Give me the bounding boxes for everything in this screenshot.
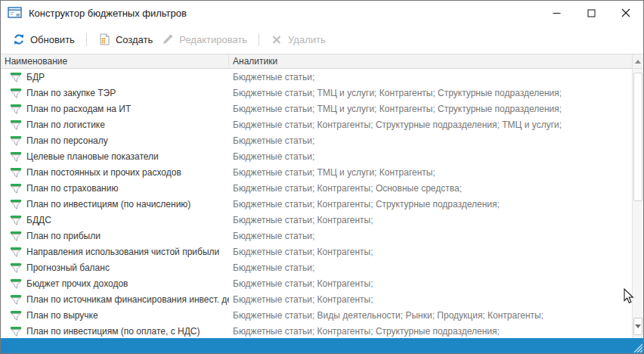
filter-name-cell: План по инвестициям (по оплате, с НДС): [1, 323, 229, 339]
maximize-icon: [587, 9, 596, 17]
edit-label: Редактировать: [179, 34, 247, 45]
column-header-name[interactable]: Наименование: [1, 54, 229, 68]
filters-grid: Наименование Аналитики БДР Бюджетные ста…: [1, 54, 643, 338]
scroll-up-button[interactable]: [633, 55, 643, 69]
new-document-icon: [98, 33, 110, 45]
filter-funnel-icon: [10, 166, 22, 179]
filter-funnel-icon: [10, 293, 22, 306]
delete-x-icon: [271, 33, 283, 45]
filter-name: План по прибыли: [26, 231, 101, 241]
filter-analytics: Бюджетные статьи; ТМЦ и услуги; Контраге…: [229, 101, 643, 116]
filter-funnel-icon: [10, 151, 22, 163]
vertical-scrollbar[interactable]: [632, 54, 643, 338]
refresh-label: Обновить: [30, 34, 75, 45]
table-row[interactable]: План по выручке Бюджетные статьи; Виды д…: [1, 307, 643, 323]
pencil-icon: [162, 33, 174, 45]
app-window: Конструктор бюджетных фильтров: [0, 0, 644, 354]
filter-name: План по выручке: [26, 310, 98, 321]
filter-name-cell: Целевые плановые показатели: [1, 148, 229, 164]
toolbar-separator: [86, 33, 87, 46]
filter-funnel-icon: [10, 103, 22, 115]
filter-name: План по страхованию: [26, 183, 118, 194]
close-icon: [621, 8, 630, 17]
filter-analytics: Бюджетные статьи; ТМЦ и услуги; Контраге…: [229, 85, 643, 101]
refresh-button[interactable]: Обновить: [8, 30, 79, 48]
filter-funnel-icon: [10, 87, 22, 99]
toolbar-separator: [259, 33, 259, 46]
refresh-icon: [13, 33, 25, 45]
table-row[interactable]: План по расходам на ИТ Бюджетные статьи;…: [1, 101, 643, 116]
filter-name: Прогнозный баланс: [26, 262, 110, 273]
table-row[interactable]: План по закупке ТЭР Бюджетные статьи; ТМ…: [1, 85, 643, 101]
table-row[interactable]: План по страхованию Бюджетные статьи; Ко…: [1, 180, 643, 196]
resize-grip-icon[interactable]: [632, 342, 642, 352]
window-controls: [539, 1, 643, 25]
table-row[interactable]: План постоянных и прочих расходов Бюджет…: [1, 164, 643, 180]
scroll-up-arrow-icon: [635, 60, 641, 64]
filter-name-cell: План по источникам финансирования инвест…: [1, 291, 229, 307]
filter-analytics: Бюджетные статьи;: [229, 132, 643, 148]
filter-funnel-icon: [10, 309, 22, 321]
delete-label: Удалить: [288, 34, 326, 45]
create-button[interactable]: Создать: [94, 30, 157, 48]
filter-funnel-icon: [10, 198, 22, 210]
table-row[interactable]: План по прибыли Бюджетные статьи;: [1, 228, 643, 244]
table-row[interactable]: Направления использования чистой прибыли…: [1, 244, 643, 259]
filter-name-cell: План по страхованию: [1, 180, 229, 196]
filter-name-cell: План постоянных и прочих расходов: [1, 164, 229, 180]
filter-name-cell: План по закупке ТЭР: [1, 85, 229, 101]
filter-name-cell: План по прибыли: [1, 228, 229, 244]
filter-analytics: Бюджетные статьи; Контрагенты; Структурн…: [229, 196, 643, 212]
maximize-button[interactable]: [574, 1, 608, 25]
filter-name: Целевые плановые показатели: [26, 151, 159, 162]
filter-name-cell: План по инвестициям (по начислению): [1, 196, 229, 212]
filter-analytics: Бюджетные статьи; Контрагенты; Структурн…: [229, 116, 643, 132]
scroll-down-arrow-icon: [635, 324, 641, 328]
filter-funnel-icon: [10, 262, 22, 274]
filter-funnel-icon: [10, 246, 22, 258]
table-row[interactable]: БДДС Бюджетные статьи; Контрагенты;: [1, 212, 643, 228]
table-row[interactable]: План по инвестициям (по оплате, с НДС) Б…: [1, 323, 643, 339]
filter-analytics: Бюджетные статьи;: [229, 148, 643, 164]
scrollbar-track[interactable]: [633, 70, 643, 317]
filter-funnel-icon: [10, 135, 22, 147]
filter-analytics: Бюджетные статьи; Контрагенты; Структурн…: [229, 323, 643, 339]
table-row[interactable]: План по персоналу Бюджетные статьи;: [1, 132, 643, 148]
table-row[interactable]: Целевые плановые показатели Бюджетные ст…: [1, 148, 643, 164]
scrollbar-thumb[interactable]: [633, 73, 642, 201]
filter-name-cell: План по персоналу: [1, 132, 229, 148]
filter-name: План по инвестициям (по оплате, с НДС): [26, 326, 200, 337]
filter-name: План по источникам финансирования инвест…: [26, 294, 229, 305]
filter-name: План по расходам на ИТ: [26, 104, 131, 114]
filter-name: План постоянных и прочих расходов: [26, 167, 181, 178]
filter-name-cell: БДР: [1, 69, 229, 85]
filter-analytics: Бюджетные статьи; Контрагенты; Основные …: [229, 180, 643, 196]
table-row[interactable]: План по источникам финансирования инвест…: [1, 291, 643, 307]
filter-analytics: Бюджетные статьи; Контрагенты;: [229, 275, 643, 291]
close-button[interactable]: [608, 1, 643, 25]
filter-name-cell: Направления использования чистой прибыли: [1, 244, 229, 259]
titlebar: Конструктор бюджетных фильтров: [1, 1, 643, 25]
scroll-down-button[interactable]: [633, 318, 642, 335]
column-header-analytics[interactable]: Аналитики: [229, 54, 643, 68]
filter-funnel-icon: [10, 230, 22, 242]
window-title: Конструктор бюджетных фильтров: [29, 8, 187, 19]
table-row[interactable]: Прогнозный баланс Бюджетные статьи;: [1, 259, 643, 275]
filter-name: БДДС: [26, 215, 51, 225]
filter-name-cell: Прогнозный баланс: [1, 259, 229, 275]
filter-name-cell: Бюджет прочих доходов: [1, 275, 229, 291]
filter-name-cell: БДДС: [1, 212, 229, 228]
filter-funnel-icon: [10, 119, 22, 131]
edit-button[interactable]: Редактировать: [157, 30, 252, 48]
filter-funnel-icon: [10, 71, 22, 83]
delete-button[interactable]: Удалить: [266, 30, 330, 48]
filter-funnel-icon: [10, 182, 22, 194]
table-row[interactable]: План по инвестициям (по начислению) Бюдж…: [1, 196, 643, 212]
filter-analytics: Бюджетные статьи; Контрагенты;: [229, 212, 643, 228]
minimize-button[interactable]: [539, 1, 574, 25]
table-row[interactable]: Бюджет прочих доходов Бюджетные статьи; …: [1, 275, 643, 291]
grid-body: БДР Бюджетные статьи; План по закупке ТЭ…: [1, 69, 643, 339]
table-row[interactable]: БДР Бюджетные статьи;: [1, 69, 643, 85]
table-row[interactable]: План по логистике Бюджетные статьи; Конт…: [1, 116, 643, 132]
filter-analytics: Бюджетные статьи;: [229, 228, 643, 244]
